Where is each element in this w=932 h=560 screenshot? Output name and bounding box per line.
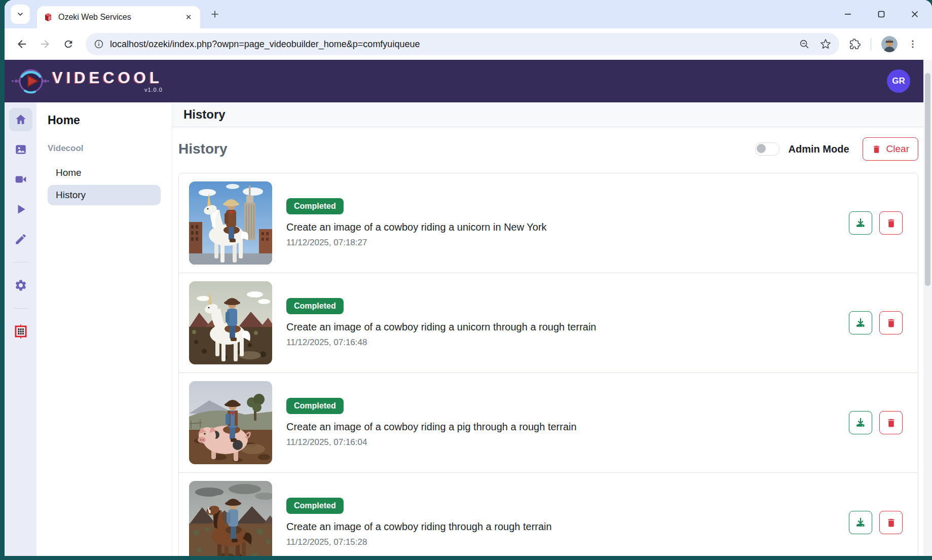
info-icon[interactable] bbox=[94, 39, 104, 49]
trash-icon bbox=[886, 318, 897, 328]
download-button[interactable] bbox=[849, 211, 872, 235]
rail-images-button[interactable] bbox=[9, 138, 32, 161]
browser-toolbar: localhost/ozeki/index.php?owpn=page_vide… bbox=[5, 28, 932, 60]
image-icon bbox=[14, 143, 27, 156]
rail-settings-button[interactable] bbox=[9, 274, 32, 297]
section-title: History bbox=[178, 141, 227, 157]
back-arrow-icon bbox=[16, 38, 28, 50]
history-timestamp: 11/12/2025, 07:16:04 bbox=[286, 437, 835, 447]
delete-button[interactable] bbox=[879, 511, 903, 534]
rail-edit-button[interactable] bbox=[9, 228, 32, 251]
pencil-icon bbox=[14, 233, 27, 246]
profile-photo-icon bbox=[881, 36, 898, 52]
rail-ozeki-button[interactable] bbox=[9, 320, 32, 343]
sidebar: Home Videcool Home History bbox=[36, 102, 172, 556]
browser-tab[interactable]: Ozeki Web Services ✕ bbox=[37, 6, 200, 28]
download-button[interactable] bbox=[849, 311, 872, 334]
content-header: History Admin Mode Clear bbox=[178, 137, 918, 161]
close-window-button[interactable] bbox=[910, 9, 920, 19]
minimize-icon bbox=[844, 10, 852, 18]
close-icon bbox=[911, 10, 919, 18]
new-tab-button[interactable] bbox=[207, 7, 222, 22]
gear-icon bbox=[14, 279, 27, 292]
menu-dots-icon[interactable] bbox=[908, 39, 918, 49]
thumbnail-cowboy-unicorn-terrain[interactable] bbox=[189, 281, 272, 364]
ozeki-favicon-icon bbox=[43, 12, 53, 22]
brand-name: VIDECOOL bbox=[52, 70, 163, 86]
clear-button[interactable]: Clear bbox=[863, 137, 918, 161]
history-title: Create an image of a cowboy riding a pig… bbox=[286, 421, 835, 433]
thumbnail-cowboy-pig-terrain[interactable] bbox=[189, 381, 272, 464]
tab-close-icon[interactable]: ✕ bbox=[183, 12, 194, 23]
toolbar-actions bbox=[846, 36, 925, 52]
chevron-down-icon bbox=[16, 10, 24, 18]
url-bar[interactable]: localhost/ozeki/index.php?owpn=page_vide… bbox=[86, 33, 839, 55]
toggle-knob-icon bbox=[757, 144, 766, 153]
rail-home-button[interactable] bbox=[9, 108, 32, 131]
maximize-button[interactable] bbox=[876, 9, 886, 19]
page-area: VIDECOOL v1.0.0 GR bbox=[5, 60, 932, 556]
rail-video-button[interactable] bbox=[9, 168, 32, 191]
history-timestamp: 11/12/2025, 07:18:27 bbox=[286, 238, 835, 248]
history-title: Create an image of a cowboy riding throu… bbox=[286, 521, 835, 533]
main-panel: History History Admin Mode bbox=[172, 102, 923, 556]
profile-avatar[interactable] bbox=[881, 36, 898, 52]
status-badge: Completed bbox=[286, 198, 344, 214]
sidebar-item-home[interactable]: Home bbox=[48, 163, 161, 183]
delete-button[interactable] bbox=[879, 311, 903, 334]
minimize-button[interactable] bbox=[843, 9, 853, 19]
page-title-bar: History bbox=[172, 102, 923, 127]
browser-window: Ozeki Web Services ✕ bbox=[5, 0, 932, 556]
download-button[interactable] bbox=[849, 511, 872, 534]
user-avatar[interactable]: GR bbox=[887, 69, 910, 93]
history-list: Completed Create an image of a cowboy ri… bbox=[178, 173, 918, 556]
trash-icon bbox=[886, 218, 897, 229]
history-row: Completed Create an image of a cowboy ri… bbox=[179, 173, 918, 273]
brand-version: v1.0.0 bbox=[52, 87, 163, 93]
tab-title: Ozeki Web Services bbox=[58, 13, 183, 22]
download-icon bbox=[855, 517, 866, 528]
sidebar-item-history[interactable]: History bbox=[48, 185, 161, 205]
page-scrollbar[interactable] bbox=[923, 60, 932, 556]
thumbnail-cowboy-horse-terrain[interactable] bbox=[189, 481, 272, 556]
forward-arrow-icon bbox=[39, 38, 51, 50]
history-title: Create an image of a cowboy riding a uni… bbox=[286, 221, 835, 233]
delete-button[interactable] bbox=[879, 411, 903, 434]
urlbar-actions bbox=[799, 39, 831, 50]
scrollbar-thumb[interactable] bbox=[925, 73, 930, 286]
url-text[interactable]: localhost/ozeki/index.php?owpn=page_vide… bbox=[110, 39, 793, 50]
download-icon bbox=[855, 317, 866, 328]
trash-icon bbox=[886, 418, 897, 428]
play-icon bbox=[14, 203, 27, 216]
ozeki-cube-icon bbox=[14, 324, 28, 339]
history-title: Create an image of a cowboy riding a uni… bbox=[286, 321, 835, 333]
download-button[interactable] bbox=[849, 411, 872, 434]
icon-rail bbox=[5, 102, 36, 556]
admin-mode-label: Admin Mode bbox=[789, 143, 849, 155]
reload-button[interactable] bbox=[58, 34, 79, 54]
download-icon bbox=[855, 217, 866, 229]
download-icon bbox=[855, 417, 866, 428]
home-icon bbox=[14, 113, 27, 126]
tab-search-button[interactable] bbox=[11, 5, 30, 24]
forward-button[interactable] bbox=[35, 34, 55, 54]
bookmark-star-icon[interactable] bbox=[820, 39, 831, 50]
admin-mode-toggle[interactable] bbox=[755, 142, 779, 156]
content: History Admin Mode Clear bbox=[172, 127, 923, 556]
rail-play-button[interactable] bbox=[9, 198, 32, 221]
history-row: Completed Create an image of a cowboy ri… bbox=[179, 473, 918, 556]
rail-divider bbox=[13, 262, 28, 263]
back-button[interactable] bbox=[12, 34, 32, 54]
tab-strip: Ozeki Web Services ✕ bbox=[5, 0, 932, 28]
trash-icon bbox=[872, 144, 881, 154]
rail-divider bbox=[13, 308, 28, 309]
toolbar-divider bbox=[871, 38, 871, 50]
status-badge: Completed bbox=[286, 498, 344, 514]
sidebar-section-label: Videcool bbox=[48, 143, 165, 154]
extensions-puzzle-icon[interactable] bbox=[849, 39, 861, 50]
delete-button[interactable] bbox=[879, 211, 903, 235]
trash-icon bbox=[886, 517, 897, 528]
zoom-out-icon[interactable] bbox=[799, 39, 810, 50]
reload-icon bbox=[63, 39, 74, 50]
thumbnail-cowboy-unicorn-new-york[interactable] bbox=[189, 181, 272, 265]
